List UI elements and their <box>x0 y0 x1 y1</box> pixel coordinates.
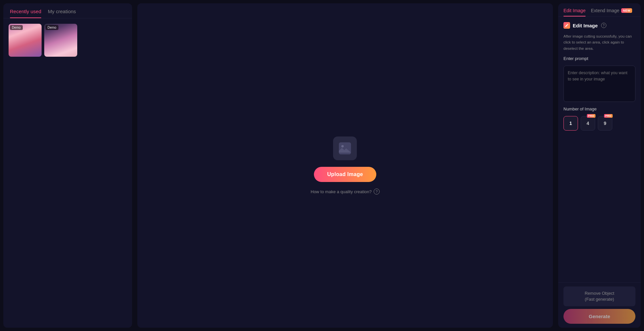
gallery-item[interactable]: Demo <box>44 24 77 57</box>
demo-badge: Demo <box>10 25 23 30</box>
number-value-4: 4 <box>587 121 589 126</box>
number-option-4[interactable]: PRO 4 <box>581 116 595 131</box>
quality-hint: How to make a quality creation? ? <box>311 189 380 195</box>
tab-extend-image-label: Extend Image <box>591 8 619 13</box>
pro-badge-4: PRO <box>587 114 595 118</box>
remove-object-label: Remove Object <box>585 291 614 296</box>
edit-image-icon <box>563 22 570 29</box>
pro-badge-9: PRO <box>604 114 613 118</box>
edit-description: After image cutting successfully, you ca… <box>563 33 635 51</box>
number-options: 1 PRO 4 PRO 9 <box>563 116 635 131</box>
section-title-row: Edit Image ? <box>563 22 635 29</box>
new-badge: NEW <box>621 8 632 13</box>
prompt-label: Enter prompt <box>563 56 635 61</box>
section-title: Edit Image <box>573 23 598 28</box>
remove-object-sub: (Fast generate) <box>585 297 614 302</box>
svg-rect-0 <box>339 142 351 155</box>
demo-badge: Demo <box>46 25 58 30</box>
quality-hint-icon[interactable]: ? <box>374 189 380 195</box>
tab-edit-image[interactable]: Edit Image <box>563 8 586 16</box>
number-option-1[interactable]: 1 <box>563 116 578 131</box>
left-panel: Recently used My creations Demo Demo <box>3 3 132 328</box>
number-option-9[interactable]: PRO 9 <box>598 116 612 131</box>
tab-recently-used[interactable]: Recently used <box>10 9 41 18</box>
quality-hint-label: How to make a quality creation? <box>311 189 372 194</box>
left-panel-tabs: Recently used My creations <box>3 3 132 18</box>
number-value-1: 1 <box>569 121 572 126</box>
image-placeholder-icon <box>338 141 352 156</box>
tab-extend-image[interactable]: Extend Image NEW <box>591 8 632 16</box>
remove-object-button[interactable]: Remove Object (Fast generate) <box>563 286 635 306</box>
upload-image-button[interactable]: Upload Image <box>314 167 376 182</box>
right-panel-content: Edit Image ? After image cutting success… <box>558 17 641 282</box>
svg-point-1 <box>341 145 344 147</box>
center-panel: Upload Image How to make a quality creat… <box>137 3 553 328</box>
gallery-grid: Demo Demo <box>3 18 132 62</box>
number-value-9: 9 <box>604 121 606 126</box>
right-panel-tabs: Edit Image Extend Image NEW <box>558 3 641 17</box>
number-of-image-label: Number of Image <box>563 106 635 111</box>
upload-area: Upload Image How to make a quality creat… <box>311 136 380 195</box>
gallery-item[interactable]: Demo <box>9 24 42 57</box>
prompt-textarea[interactable] <box>563 66 635 102</box>
bottom-actions: Remove Object (Fast generate) Generate <box>558 282 641 328</box>
generate-button[interactable]: Generate <box>563 309 635 324</box>
right-panel: Edit Image Extend Image NEW Edit Image ?… <box>558 3 641 328</box>
pen-icon <box>565 23 569 27</box>
help-icon[interactable]: ? <box>601 23 606 28</box>
tab-my-creations[interactable]: My creations <box>48 9 76 18</box>
upload-icon-box <box>333 136 357 160</box>
